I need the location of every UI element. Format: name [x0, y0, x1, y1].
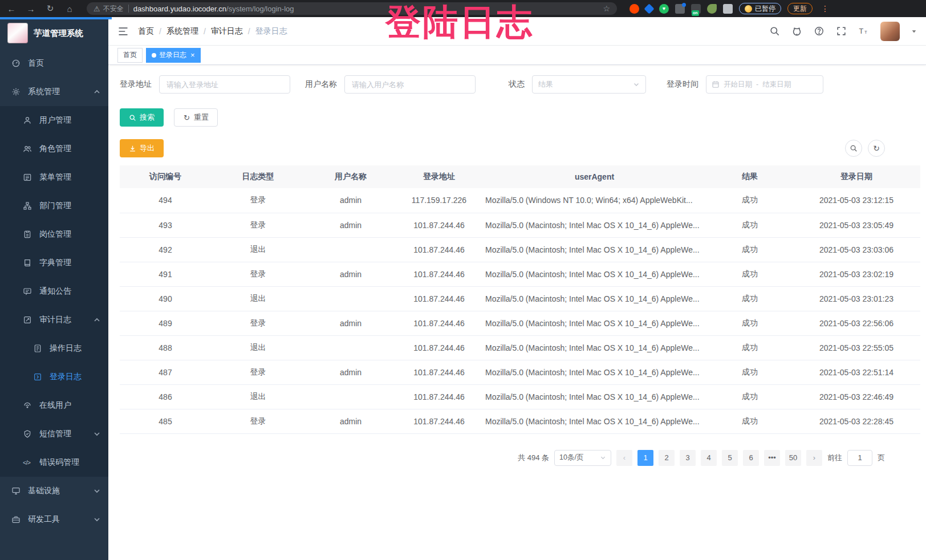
search-button[interactable]: 搜索	[120, 108, 164, 127]
badge-icon	[23, 230, 32, 239]
paused-badge[interactable]: 已暂停	[739, 3, 781, 14]
status-select[interactable]: 结果	[532, 75, 646, 94]
cell-login-date: 2021-05-03 22:28:45	[793, 409, 920, 433]
sidebar-item-devtools[interactable]: 研发工具	[0, 505, 108, 534]
font-size-icon[interactable]: TT	[858, 26, 869, 36]
update-button[interactable]: 更新	[787, 3, 813, 14]
chevron-down-icon	[633, 81, 640, 88]
browser-forward-icon[interactable]: →	[25, 4, 36, 14]
hamburger-icon[interactable]	[117, 26, 129, 37]
sidebar-item-infra[interactable]: 基础设施	[0, 477, 108, 505]
caret-down-icon[interactable]	[911, 29, 917, 34]
page-button[interactable]: 4	[701, 450, 717, 466]
sidebar-item-error-code[interactable]: </> 错误码管理	[0, 448, 108, 477]
screen: ← → ↻ ⌂ ⚠ 不安全 dashboard.yudao.iocoder.cn…	[0, 0, 926, 560]
cell-username: admin	[305, 409, 396, 433]
sidebar-item-operate-log[interactable]: 操作日志	[0, 334, 108, 363]
url-host: dashboard.yudao.iocoder.cn	[133, 5, 226, 13]
search-icon[interactable]	[769, 26, 780, 36]
bookmark-star-icon[interactable]: ☆	[603, 4, 610, 13]
calendar-icon	[712, 80, 720, 88]
sidebar-item-roles[interactable]: 角色管理	[0, 135, 108, 163]
sidebar-item-sms[interactable]: 短信管理	[0, 420, 108, 448]
export-label: 导出	[140, 143, 155, 153]
security-warning[interactable]: ⚠ 不安全	[94, 4, 124, 14]
fullscreen-icon[interactable]	[836, 26, 847, 36]
github-icon[interactable]	[791, 26, 802, 36]
cell-result: 成功	[707, 409, 793, 433]
toggle-search-button[interactable]	[845, 140, 862, 157]
extension-icon[interactable]: on	[691, 4, 701, 14]
page-button[interactable]: 1	[637, 450, 653, 466]
sidebar-item-posts[interactable]: 岗位管理	[0, 220, 108, 249]
tag-login-log[interactable]: 登录日志 ×	[146, 48, 201, 63]
cell-result: 成功	[707, 188, 793, 213]
extension-icon[interactable]	[629, 4, 639, 14]
extension-icon[interactable]	[707, 4, 717, 14]
tag-home[interactable]: 首页	[117, 48, 143, 63]
cell-log-type: 登录	[211, 311, 305, 335]
address-bar[interactable]: ⚠ 不安全 dashboard.yudao.iocoder.cn/system/…	[87, 2, 617, 15]
reset-button[interactable]: ↻ 重置	[174, 108, 218, 127]
breadcrumb-item[interactable]: 首页	[138, 26, 154, 36]
cell-user-agent: Mozilla/5.0 (Macintosh; Intel Mac OS X 1…	[482, 237, 707, 262]
page-ellipsis[interactable]: •••	[764, 450, 780, 466]
browser-reload-icon[interactable]: ↻	[44, 3, 56, 14]
logo-row[interactable]: 芋道管理系统	[0, 17, 108, 49]
page-button[interactable]: 2	[659, 450, 675, 466]
sidebar-item-label: 字典管理	[39, 258, 71, 268]
chevron-down-icon	[94, 431, 100, 437]
page-button[interactable]: 3	[680, 450, 696, 466]
help-icon[interactable]	[814, 26, 825, 36]
table-row: 494登录admin117.159.17.226Mozilla/5.0 (Win…	[120, 188, 920, 213]
page-button[interactable]: 50	[785, 450, 801, 466]
sidebar-item-users[interactable]: 用户管理	[0, 106, 108, 135]
cell-login-address: 101.87.244.46	[396, 311, 482, 335]
sidebar-item-departments[interactable]: 部门管理	[0, 192, 108, 220]
browser-back-icon[interactable]: ←	[6, 4, 17, 14]
sidebar-item-notice[interactable]: 通知公告	[0, 277, 108, 306]
sidebar-item-online-users[interactable]: 在线用户	[0, 391, 108, 420]
table-row: 487登录admin101.87.244.46Mozilla/5.0 (Maci…	[120, 360, 920, 384]
browser-menu-icon[interactable]: ⋮	[821, 4, 829, 13]
column-header: 登录日期	[793, 165, 920, 188]
on-badge: on	[692, 10, 699, 16]
page-button[interactable]: 5	[722, 450, 738, 466]
goto-page-input[interactable]	[847, 450, 872, 466]
breadcrumb-item[interactable]: 系统管理	[166, 26, 198, 36]
cell-log-type: 登录	[211, 409, 305, 433]
monitor-icon	[11, 486, 21, 496]
toolbox-icon	[11, 515, 21, 524]
sidebar-item-audit-log[interactable]: 审计日志	[0, 306, 108, 334]
user-avatar[interactable]	[880, 22, 900, 41]
cell-login-date: 2021-05-03 22:55:05	[793, 335, 920, 360]
username-input[interactable]	[344, 75, 476, 94]
sidebar-item-menus[interactable]: 菜单管理	[0, 163, 108, 192]
cell-username: admin	[305, 262, 396, 286]
login-address-input[interactable]	[159, 75, 290, 94]
export-button[interactable]: 导出	[120, 139, 164, 157]
extension-icon[interactable]	[675, 4, 685, 14]
browser-home-icon[interactable]: ⌂	[64, 4, 75, 14]
cell-result: 成功	[707, 311, 793, 335]
refresh-table-button[interactable]: ↻	[868, 140, 885, 157]
sidebar-item-home[interactable]: 首页	[0, 49, 108, 78]
extension-icon[interactable]: ♥	[659, 4, 669, 14]
chevron-down-icon	[94, 488, 100, 494]
page-size-select[interactable]: 10条/页	[554, 450, 611, 466]
cell-result: 成功	[707, 360, 793, 384]
login-time-range-picker[interactable]: 开始日期 - 结束日期	[706, 75, 823, 94]
close-icon[interactable]: ×	[190, 51, 195, 59]
extensions-puzzle-icon[interactable]	[723, 4, 733, 14]
extension-icon[interactable]	[644, 3, 654, 14]
sidebar-item-login-log[interactable]: 登录日志	[0, 363, 108, 391]
next-page-button[interactable]: ›	[806, 450, 822, 466]
breadcrumb-item[interactable]: 审计日志	[211, 26, 243, 36]
sidebar-item-dict[interactable]: 字典管理	[0, 249, 108, 277]
page-button[interactable]: 6	[743, 450, 759, 466]
cell-login-address: 101.87.244.46	[396, 409, 482, 433]
prev-page-button[interactable]: ‹	[616, 450, 632, 466]
sidebar-item-system[interactable]: 系统管理	[0, 78, 108, 106]
cell-login-address: 101.87.244.46	[396, 286, 482, 311]
cell-log-type: 退出	[211, 286, 305, 311]
